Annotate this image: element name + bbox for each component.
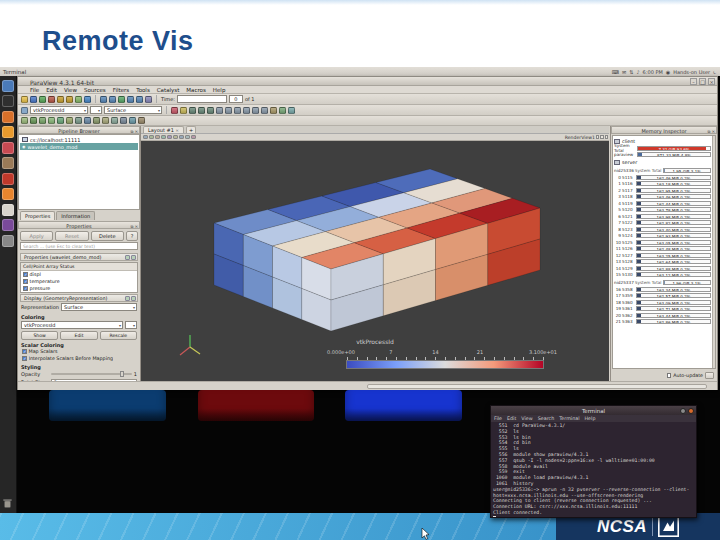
zoom-box-icon[interactable] — [207, 107, 214, 114]
coloring-array-select[interactable]: vtkProcessId — [21, 321, 123, 329]
representation-toggle-icon[interactable] — [21, 107, 28, 114]
tab-properties[interactable]: Properties — [20, 211, 55, 220]
minimize-icon[interactable]: – — [690, 78, 697, 85]
save-icon[interactable] — [30, 96, 37, 103]
menu-help[interactable]: Help — [213, 87, 226, 93]
view-pz-icon[interactable] — [252, 107, 259, 114]
properties-search-input[interactable]: Search ... (use Esc to clear text) — [20, 242, 138, 250]
rotate90-icon[interactable] — [270, 107, 277, 114]
menu-macros[interactable]: Macros — [186, 87, 206, 93]
coloring-component-select[interactable] — [125, 321, 137, 329]
rescale-button[interactable]: Rescale — [100, 331, 137, 340]
redo-icon[interactable] — [66, 96, 73, 103]
layout-tab[interactable]: Layout #1 ✕ — [143, 126, 184, 133]
trash-icon[interactable] — [3, 498, 12, 508]
undo-icon[interactable] — [57, 96, 64, 103]
terminal-icon[interactable] — [2, 95, 14, 107]
rank-row[interactable]: 75122162.82 MiB 0.2% — [614, 220, 711, 227]
workspace-icon[interactable] — [2, 219, 14, 231]
files-icon[interactable] — [2, 157, 14, 169]
gear-icon[interactable] — [125, 296, 130, 301]
open-icon[interactable] — [21, 96, 28, 103]
paraview-titlebar[interactable]: ParaView 4.3.1 64-bit – □ × — [18, 77, 717, 86]
rank-row[interactable]: 175359162.57 MiB 0.2% — [614, 293, 711, 300]
contour-icon[interactable] — [30, 117, 37, 124]
mail-icon[interactable]: ✉ — [622, 69, 626, 75]
vcr-forward-icon[interactable] — [127, 96, 134, 103]
time-spinbox[interactable]: 0 — [229, 95, 243, 103]
pipeline-source-item[interactable]: ◉ wavelet_demo_mod — [20, 143, 138, 150]
add-layout-tab-button[interactable]: + — [186, 126, 196, 133]
power-icon[interactable]: ⏾ — [713, 69, 717, 76]
rank-row[interactable]: 145129162.88 MiB 0.2% — [614, 265, 711, 272]
pipeline-browser-tree[interactable]: cs://localhost:11111 ◉ wavelet_demo_mod — [18, 134, 140, 210]
representation-select[interactable]: Surface — [61, 303, 137, 311]
streamtracer-icon[interactable] — [84, 117, 91, 124]
component-select[interactable] — [90, 106, 102, 114]
menu-filters[interactable]: Filters — [113, 87, 130, 93]
opacity-slider[interactable] — [51, 373, 132, 375]
vcr-last-icon[interactable] — [136, 96, 143, 103]
autoapply-icon[interactable] — [75, 96, 82, 103]
time-input[interactable] — [177, 95, 227, 103]
scalar-bar[interactable] — [346, 360, 544, 369]
delete-button[interactable]: Delete — [91, 231, 124, 241]
menu-view[interactable]: View — [64, 87, 77, 93]
help-icon[interactable] — [2, 235, 14, 247]
group-icon[interactable] — [102, 117, 109, 124]
dash-home-icon[interactable] — [2, 80, 14, 92]
view-window-buttons[interactable] — [596, 135, 609, 139]
zoom-data-icon[interactable] — [198, 107, 205, 114]
connect-icon[interactable] — [39, 96, 46, 103]
close-icon[interactable] — [688, 408, 694, 414]
rank-row[interactable]: 215363162.86 MiB 0.2% — [614, 319, 711, 326]
array-checkbox[interactable] — [23, 279, 28, 284]
auto-update-checkbox[interactable] — [667, 373, 672, 378]
temporal-icon[interactable] — [120, 117, 127, 124]
rank-row[interactable]: 85123163.40 MiB 0.2% — [614, 226, 711, 233]
rank-row[interactable]: 165358163.34 MiB 0.2% — [614, 286, 711, 293]
vcr-first-icon[interactable] — [100, 96, 107, 103]
edit-colormap-button[interactable]: Edit — [60, 331, 97, 340]
representation-select-toolbar[interactable]: Surface — [104, 106, 162, 114]
memory-inspector-scrollbar[interactable] — [712, 136, 715, 368]
gear-icon[interactable] — [125, 255, 130, 260]
unity-launcher[interactable] — [0, 76, 17, 514]
minimize-icon[interactable] — [680, 408, 686, 414]
firefox-icon[interactable] — [2, 111, 14, 123]
array-status-list[interactable]: Cell/Point Array Status displtemperature… — [20, 262, 138, 293]
dock-buttons[interactable]: ⧉ ✕ — [131, 223, 138, 231]
rank-row[interactable]: 125127163.25 MiB 0.2% — [614, 252, 711, 259]
center-icon[interactable] — [288, 107, 295, 114]
vcr-play-icon[interactable] — [118, 96, 125, 103]
extract-icon[interactable] — [66, 117, 73, 124]
text-editor-icon[interactable] — [2, 204, 14, 216]
extract-block-icon[interactable] — [111, 117, 118, 124]
rank-row[interactable]: 55120163.78 MiB 0.2% — [614, 207, 711, 214]
pipeline-server-item[interactable]: cs://localhost:11111 — [20, 136, 138, 143]
vcr-back-icon[interactable] — [109, 96, 116, 103]
axes-icon[interactable] — [279, 107, 286, 114]
rank-row[interactable]: 95124162.93 MiB 0.2% — [614, 233, 711, 240]
view-adjust-icon[interactable] — [185, 135, 190, 140]
clip-icon[interactable] — [39, 117, 46, 124]
color-edit-icon[interactable] — [171, 107, 178, 114]
properties-panel-header[interactable]: Properties⧉ ✕ — [18, 221, 140, 229]
pipeline-browser-header[interactable]: Pipeline Browser⧉ ✕ — [18, 126, 140, 134]
dock-buttons[interactable]: ⧉ ✕ — [131, 128, 138, 136]
display-section-header[interactable]: Display (GeometryRepresentation) — [20, 294, 138, 302]
color-by-select[interactable]: vtkProcessId — [30, 106, 88, 114]
view-px-icon[interactable] — [216, 107, 223, 114]
save-defaults-icon[interactable] — [131, 255, 136, 260]
session-user-name[interactable]: Hands-on User — [673, 69, 710, 75]
media-icon[interactable] — [2, 173, 14, 185]
refresh-button[interactable] — [705, 372, 714, 379]
terminal-titlebar[interactable]: Terminal — [491, 406, 696, 415]
reset-camera-icon[interactable] — [189, 107, 196, 114]
view-adjust-icon[interactable] — [161, 135, 166, 140]
wavelet-dataset-3d-box[interactable] — [141, 141, 609, 381]
slice-icon[interactable] — [48, 117, 55, 124]
view-adjust-icon[interactable] — [149, 135, 154, 140]
keyboard-icon[interactable]: ⌨ — [612, 69, 619, 75]
terminal-output[interactable]: 551 cd ParaView-4.3.1/ 552 ls 553 ls bin… — [491, 422, 696, 517]
